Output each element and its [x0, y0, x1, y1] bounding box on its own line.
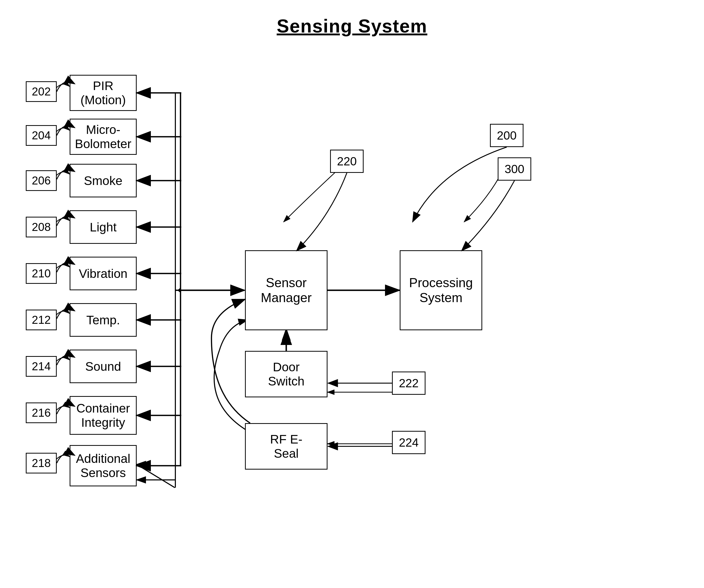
box-sensor-manager: SensorManager [245, 250, 328, 330]
box-additional-sensors: AdditionalSensors [70, 445, 137, 486]
label-214: 214 [26, 356, 57, 377]
box-container-integrity: ContainerIntegrity [70, 396, 137, 435]
label-200: 200 [490, 124, 524, 147]
label-210: 210 [26, 263, 57, 284]
label-220: 220 [330, 150, 364, 173]
box-door-switch: DoorSwitch [245, 351, 328, 397]
box-light: Light [70, 210, 137, 244]
label-202: 202 [26, 81, 57, 102]
svg-line-12 [137, 465, 175, 488]
label-222: 222 [392, 372, 425, 395]
label-218: 218 [26, 453, 57, 473]
label-300: 300 [498, 157, 531, 180]
box-rf-eseal: RF E-Seal [245, 423, 328, 470]
box-pir-motion: PIR(Motion) [70, 75, 137, 111]
label-224: 224 [392, 431, 425, 454]
label-212: 212 [26, 310, 57, 330]
label-206: 206 [26, 170, 57, 191]
box-sound: Sound [70, 350, 137, 383]
box-vibration: Vibration [70, 257, 137, 290]
box-temp: Temp. [70, 303, 137, 337]
page-title: Sensing System [0, 0, 704, 37]
label-204: 204 [26, 125, 57, 146]
svg-marker-32 [177, 288, 180, 293]
box-microbolometer: Micro-Bolometer [70, 119, 137, 155]
box-smoke: Smoke [70, 164, 137, 197]
label-208: 208 [26, 217, 57, 237]
label-216: 216 [26, 403, 57, 423]
box-processing-system: ProcessingSystem [400, 250, 482, 330]
diagram: 202 PIR(Motion) 204 Micro-Bolometer 206 … [0, 41, 704, 583]
